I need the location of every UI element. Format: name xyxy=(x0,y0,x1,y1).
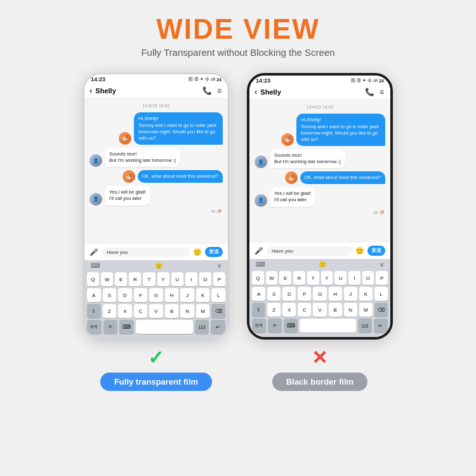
emoji-icon-left[interactable]: 🙂 xyxy=(193,248,202,256)
chat-header-left-side: ‹ Shelly xyxy=(89,86,116,95)
key-shift-right[interactable]: ⇧ xyxy=(252,303,265,317)
kb-tool-1-left[interactable]: ⌨ xyxy=(91,262,100,269)
key-J-left[interactable]: J xyxy=(180,288,194,302)
key-space-right[interactable] xyxy=(300,319,355,333)
key-N-left[interactable]: N xyxy=(180,304,194,318)
key-Q-right[interactable]: Q xyxy=(252,271,264,285)
send-btn-left[interactable]: 发送 xyxy=(205,247,223,257)
key-T-right[interactable]: T xyxy=(307,271,319,285)
phone-icon-left[interactable]: 📞 xyxy=(202,86,212,95)
key-T-left[interactable]: T xyxy=(143,272,155,286)
key-mic2-left[interactable]: ⌨ xyxy=(119,320,134,334)
kb-tool-1-right[interactable]: ⌨ xyxy=(256,261,265,268)
back-icon-left[interactable]: ‹ xyxy=(89,86,92,95)
msg-status-right: ok 🍜 xyxy=(255,210,385,215)
label-badge-left: Fully transparent film xyxy=(100,373,212,391)
key-O-right[interactable]: O xyxy=(362,271,374,285)
key-E-left[interactable]: E xyxy=(115,272,127,286)
key-Z-right[interactable]: Z xyxy=(267,303,281,317)
mic-icon-left[interactable]: 🎤 xyxy=(89,248,98,256)
key-del-left[interactable]: ⌫ xyxy=(211,304,225,318)
key-A-right[interactable]: A xyxy=(252,287,265,301)
key-G-right[interactable]: G xyxy=(313,287,326,301)
key-Y-left[interactable]: Y xyxy=(157,272,169,286)
key-enter-right[interactable]: ↵ xyxy=(374,319,388,333)
key-R-right[interactable]: R xyxy=(293,271,305,285)
chat-body-left: 11/4/23 14:42 Hi,Shelly!Tommy and I want… xyxy=(84,98,228,243)
mic-icon-right[interactable]: 🎤 xyxy=(255,247,263,255)
kb-row-1-left: Q W E R T Y U I O P xyxy=(87,272,225,286)
key-U-left[interactable]: U xyxy=(171,272,183,286)
msg-recv-1-right: 👤 Sounds nice!But I'm working late tomor… xyxy=(255,149,385,168)
key-I-left[interactable]: I xyxy=(185,272,197,286)
key-C-left[interactable]: C xyxy=(134,304,148,318)
kb-tool-3-right[interactable]: ∨ xyxy=(380,261,384,268)
key-Y-right[interactable]: Y xyxy=(321,271,333,285)
key-R-left[interactable]: R xyxy=(129,272,141,286)
key-K-right[interactable]: K xyxy=(359,287,373,301)
key-F-left[interactable]: F xyxy=(134,288,148,302)
key-M-left[interactable]: M xyxy=(196,304,210,318)
key-P-left[interactable]: P xyxy=(213,272,225,286)
key-enter-left[interactable]: ↵ xyxy=(211,320,225,334)
key-M-right[interactable]: M xyxy=(359,303,373,317)
key-P-right[interactable]: P xyxy=(376,271,388,285)
key-I-right[interactable]: I xyxy=(348,271,360,285)
key-F-right[interactable]: F xyxy=(298,287,311,301)
avatar-sent-1-right: 🍜 xyxy=(281,133,294,146)
key-S-right[interactable]: S xyxy=(267,287,281,301)
key-cn-left[interactable]: 中 xyxy=(103,320,118,334)
bubble-recv-1-right: Sounds nice!But I'm working late tomorro… xyxy=(270,149,345,168)
msg-sent-2-left: OK, what about meet this weekend? 🍜 xyxy=(89,170,223,183)
key-L-right[interactable]: L xyxy=(374,287,388,301)
key-S-left[interactable]: S xyxy=(103,288,117,302)
menu-icon-right[interactable]: ≡ xyxy=(380,88,384,96)
key-A-left[interactable]: A xyxy=(87,288,101,302)
key-shift-left[interactable]: ⇧ xyxy=(87,304,101,318)
key-del-right[interactable]: ⌫ xyxy=(374,303,388,317)
key-W-left[interactable]: W xyxy=(101,272,113,286)
key-L-left[interactable]: L xyxy=(211,288,225,302)
key-mic2-right[interactable]: ⌨ xyxy=(284,319,298,333)
key-sym-right[interactable]: 符号 xyxy=(252,319,266,333)
phone-icon-right[interactable]: 📞 xyxy=(365,88,374,96)
key-H-left[interactable]: H xyxy=(165,288,179,302)
emoji-icon-right[interactable]: 🙂 xyxy=(355,247,364,255)
msg-status-left: ok 🍜 xyxy=(89,209,223,214)
key-B-left[interactable]: B xyxy=(165,304,179,318)
chat-input-right[interactable]: Have you xyxy=(267,246,352,256)
avatar-recv-1-right: 👤 xyxy=(255,155,267,168)
kb-tool-3-left[interactable]: ∨ xyxy=(217,262,221,269)
key-D-left[interactable]: D xyxy=(118,288,132,302)
kb-tool-2-left[interactable]: 🙂 xyxy=(155,262,162,269)
key-123-right[interactable]: 123 xyxy=(358,319,372,333)
key-123-left[interactable]: 123 xyxy=(195,320,209,334)
chat-input-left[interactable]: Have you xyxy=(102,248,190,257)
key-X-right[interactable]: X xyxy=(282,303,296,317)
key-cn-right[interactable]: 中 xyxy=(268,319,282,333)
key-E-right[interactable]: E xyxy=(279,271,291,285)
key-Q-left[interactable]: Q xyxy=(87,272,99,286)
key-Z-left[interactable]: Z xyxy=(103,304,117,318)
key-C-right[interactable]: C xyxy=(298,303,311,317)
key-H-right[interactable]: H xyxy=(329,287,342,301)
menu-icon-left[interactable]: ≡ xyxy=(217,86,221,95)
key-V-left[interactable]: V xyxy=(149,304,163,318)
key-U-right[interactable]: U xyxy=(334,271,347,285)
key-space-left[interactable] xyxy=(136,320,193,334)
key-J-right[interactable]: J xyxy=(344,287,357,301)
key-V-right[interactable]: V xyxy=(313,303,326,317)
key-G-left[interactable]: G xyxy=(149,288,163,302)
key-X-left[interactable]: X xyxy=(118,304,132,318)
send-btn-right[interactable]: 发送 xyxy=(367,246,385,256)
avatar-recv-2-right: 👤 xyxy=(255,194,267,207)
key-D-right[interactable]: D xyxy=(282,287,296,301)
key-B-right[interactable]: B xyxy=(329,303,342,317)
key-sym-left[interactable]: 符号 xyxy=(87,320,102,334)
key-K-left[interactable]: K xyxy=(196,288,210,302)
key-N-right[interactable]: N xyxy=(344,303,357,317)
key-O-left[interactable]: O xyxy=(199,272,211,286)
back-icon-right[interactable]: ‹ xyxy=(255,87,257,96)
kb-tool-2-right[interactable]: 🙂 xyxy=(319,261,326,268)
key-W-right[interactable]: W xyxy=(266,271,278,285)
